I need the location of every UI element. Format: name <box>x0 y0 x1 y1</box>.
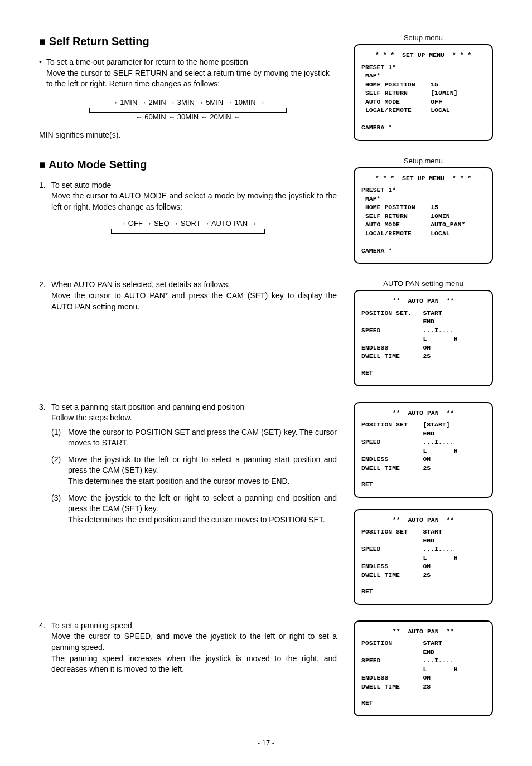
substep-3-text: Move the joystick to the left or right t… <box>68 493 337 526</box>
autopan-menu-caption: AUTO PAN setting menu <box>354 279 493 288</box>
step-4-text: To set a panning speed Move the cursor t… <box>51 620 337 675</box>
autopan-menu-box-4: ** AUTO PAN **POSITION START END SPEED .… <box>354 620 493 716</box>
substep-num-3: (3) <box>51 493 64 526</box>
step-2-text: When AUTO PAN is selected, set details a… <box>51 279 337 312</box>
setup-menu-caption-2: Setup menu <box>354 157 493 165</box>
auto-mode-heading: Auto Mode Setting <box>39 157 337 172</box>
substep-num-2: (2) <box>51 454 64 487</box>
autopan-menu-box-1: ** AUTO PAN **POSITION SET. START END SP… <box>354 290 493 386</box>
setup-menu-caption-1: Setup menu <box>354 33 493 42</box>
autopan-menu-box-2: ** AUTO PAN **POSITION SET [START] END S… <box>354 402 493 498</box>
substep-num-1: (1) <box>51 427 64 449</box>
step-1-text: To set auto mode Move the cursor to AUTO… <box>51 180 337 213</box>
autopan-menu-box-3: ** AUTO PAN **POSITION SET START END SPE… <box>354 509 493 605</box>
min-note: MIN signifies minute(s). <box>39 130 337 141</box>
step-num-3: 3. <box>39 402 47 424</box>
step-num-4: 4. <box>39 620 47 675</box>
step-num-1: 1. <box>39 180 47 213</box>
cycle-line-2: ← 60MIN ← 30MIN ← 20MIN ← <box>82 112 294 122</box>
self-return-heading: Self Return Setting <box>39 33 337 49</box>
substep-1-text: Move the cursor to POSITION SET and pres… <box>68 427 337 449</box>
return-time-cycle: → 1MIN → 2MIN → 3MIN → 5MIN → 10MIN → ← … <box>82 98 294 122</box>
cycle-line-1: → 1MIN → 2MIN → 3MIN → 5MIN → 10MIN → <box>82 98 294 108</box>
self-return-body: To set a time-out parameter for return t… <box>46 57 337 90</box>
setup-menu-box-1: * * * SET UP MENU * * *PRESET 1* MAP* HO… <box>354 44 493 141</box>
auto-mode-cycle: → OFF → SEQ → SORT → AUTO PAN → <box>104 219 272 234</box>
setup-menu-box-2: * * * SET UP MENU * * *PRESET 1* MAP* HO… <box>354 167 493 264</box>
page-number: - 17 - <box>39 739 493 747</box>
step-num-2: 2. <box>39 279 47 312</box>
step-3-text: To set a panning start position and pann… <box>51 402 337 424</box>
substep-2-text: Move the joystick to the left or right t… <box>68 454 337 487</box>
bullet-icon: • <box>39 57 42 90</box>
